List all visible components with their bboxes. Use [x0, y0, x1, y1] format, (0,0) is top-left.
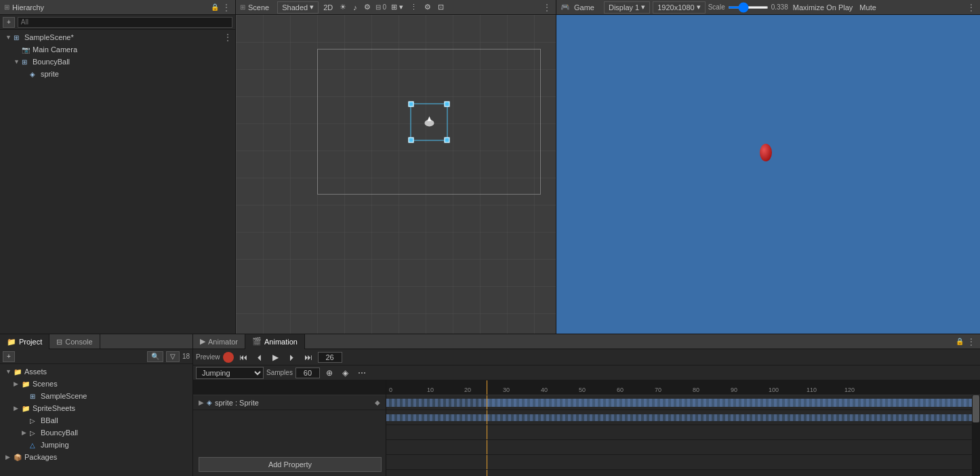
ruler-mark-70: 70 [655, 386, 661, 393]
bouncyball-arrow-icon: ▼ [14, 58, 20, 65]
project-scenes-folder[interactable]: ▶ 📁 Scenes [0, 378, 192, 390]
scale-slider[interactable] [728, 6, 769, 9]
keyframes-pattern-1b [487, 399, 972, 407]
mute-button[interactable]: Mute [857, 3, 878, 12]
hierarchy-lock-icon[interactable]: 🔒 [211, 3, 219, 11]
add-property-button[interactable]: Add Property [199, 457, 382, 472]
sprite-svg [422, 115, 436, 129]
scene-object-bounds [317, 49, 541, 195]
record-button[interactable] [223, 352, 234, 363]
goto-start-button[interactable]: ⏮ [237, 351, 250, 364]
effects-button[interactable]: ⚙ [362, 3, 373, 12]
display-dropdown[interactable]: Display 1 ▾ [604, 1, 650, 14]
animation-tab-label: Animation [264, 338, 298, 346]
gizmos-button[interactable]: ⊞ ▾ [389, 3, 405, 12]
hierarchy-header: ⊞ Hierarchy 🔒 ⋮ [0, 0, 235, 15]
ruler-mark-40: 40 [541, 386, 548, 393]
frame-number-input[interactable] [318, 352, 342, 363]
project-packages-root[interactable]: ▶ 📦 Packages [0, 451, 192, 463]
scrollbar-thumb-v[interactable] [973, 395, 979, 422]
scene-menu-icon[interactable]: ⋮ [542, 2, 552, 13]
play-button[interactable]: ▶ [269, 351, 283, 364]
prev-frame-button[interactable]: ⏴ [253, 351, 266, 364]
shading-dropdown[interactable]: Shaded ▾ [277, 1, 319, 14]
resolution-dropdown[interactable]: 1920x1080 ▾ [653, 1, 705, 14]
samples-input[interactable] [295, 368, 320, 378]
handle-top-right[interactable] [445, 101, 450, 106]
hierarchy-add-button[interactable]: + [3, 17, 15, 28]
sprite-label: sprite [41, 70, 59, 78]
context-menu-icon[interactable]: ⋮ [223, 32, 235, 43]
project-search-button[interactable]: 🔍 [147, 351, 163, 362]
timeline-track-5 [386, 455, 980, 470]
jumping-icon: △ [30, 441, 39, 449]
handle-bottom-left[interactable] [409, 137, 414, 142]
add-keyframe-button[interactable]: ⊕ [323, 366, 336, 380]
light-button[interactable]: ☀ [338, 3, 348, 12]
ruler-mark-60: 60 [617, 386, 624, 393]
scenes-folder-icon: 📁 [22, 380, 31, 388]
project-bouncyball[interactable]: ▶ ▷ BouncyBall [0, 427, 192, 439]
hierarchy-item-samplescene[interactable]: ▼ ⊞ SampleScene* ⋮ [0, 31, 235, 43]
hierarchy-item-sprite[interactable]: ◈ sprite [0, 68, 235, 80]
project-samplescene[interactable]: ⊞ SampleScene [0, 390, 192, 402]
hierarchy-item-bouncyball[interactable]: ▼ ⊞ BouncyBall [0, 56, 235, 68]
tab-animator[interactable]: ▶ Animator [193, 334, 245, 349]
ruler-mark-30: 30 [503, 386, 510, 393]
add-event-button[interactable]: ◈ [339, 366, 352, 380]
anim-menu-icon[interactable]: ⋮ [966, 336, 976, 347]
scene-options-button[interactable]: ⚙ [422, 3, 433, 12]
timeline-tracks [386, 395, 980, 476]
anim-prop-row-sprite[interactable]: ▶ ◈ sprite : Sprite ◆ [193, 395, 386, 410]
tab-project[interactable]: 📁 Project [0, 334, 49, 349]
anim-lock-icon[interactable]: 🔒 [956, 338, 964, 345]
scene-view[interactable] [236, 15, 556, 334]
assets-label: Assets [24, 368, 47, 376]
resolution-label: 1920x1080 [657, 3, 694, 12]
handle-bottom-right[interactable] [445, 137, 450, 142]
samplescene-project-label: SampleScene [41, 392, 87, 400]
handle-top-left[interactable] [409, 101, 414, 106]
bouncyball-project-icon: ▷ [30, 429, 39, 437]
tab-console[interactable]: ⊟ Console [49, 334, 100, 349]
maximize-on-play-button[interactable]: Maximize On Play [791, 3, 855, 12]
scale-label: Scale [708, 3, 725, 11]
more-button[interactable]: ⋮ [408, 3, 420, 12]
ruler-mark-100: 100 [769, 386, 779, 393]
project-folder-icon: 📁 [7, 338, 16, 346]
scenes-arrow-icon: ▶ [14, 380, 20, 387]
game-view[interactable] [556, 15, 980, 334]
audio-button[interactable]: ♪ [351, 3, 359, 12]
curves-button[interactable]: ⋯ [355, 366, 369, 380]
camera-icon: 📷 [22, 46, 31, 54]
project-spritesheets-folder[interactable]: ▶ 📁 SpriteSheets [0, 402, 192, 414]
hierarchy-search-input[interactable] [18, 17, 232, 28]
timeline-track-3 [386, 425, 980, 440]
game-toolbar: 🎮 Game Display 1 ▾ 1920x1080 ▾ Scale 0.3… [556, 0, 980, 15]
animator-tab-label: Animator [208, 338, 238, 346]
goto-end-button[interactable]: ⏭ [302, 351, 315, 364]
game-title: Game [574, 3, 594, 12]
ruler-mark-20: 20 [464, 386, 471, 393]
scene-maximize-button[interactable]: ⊡ [436, 3, 446, 12]
project-add-button[interactable]: + [3, 351, 15, 362]
project-filter-button[interactable]: ▽ [166, 351, 180, 362]
animation-header-right: 🔒 ⋮ [956, 336, 980, 347]
project-assets-root[interactable]: ▼ 📁 Assets [0, 365, 192, 378]
scale-value: 0.338 [771, 3, 788, 11]
project-bball[interactable]: ▷ BBall [0, 414, 192, 427]
2d-button[interactable]: 2D [321, 3, 335, 12]
next-frame-button[interactable]: ⏵ [285, 351, 299, 364]
clip-dropdown[interactable]: Jumping [196, 367, 264, 379]
project-jumping[interactable]: △ Jumping [0, 439, 192, 451]
console-icon: ⊟ [56, 338, 62, 346]
tab-animation[interactable]: 🎬 Animation [245, 334, 305, 349]
hierarchy-menu-icon[interactable]: ⋮ [222, 2, 231, 13]
project-count-label: 18 [182, 353, 190, 360]
hierarchy-item-maincamera[interactable]: 📷 Main Camera [0, 43, 235, 56]
game-menu-icon[interactable]: ⋮ [966, 2, 976, 13]
timeline-track-4 [386, 440, 980, 455]
timeline-ruler: 0 10 20 30 40 50 60 70 80 90 100 110 [386, 380, 980, 395]
shading-arrow-icon: ▾ [310, 3, 314, 12]
timeline-scrollbar-vertical[interactable] [972, 395, 980, 476]
